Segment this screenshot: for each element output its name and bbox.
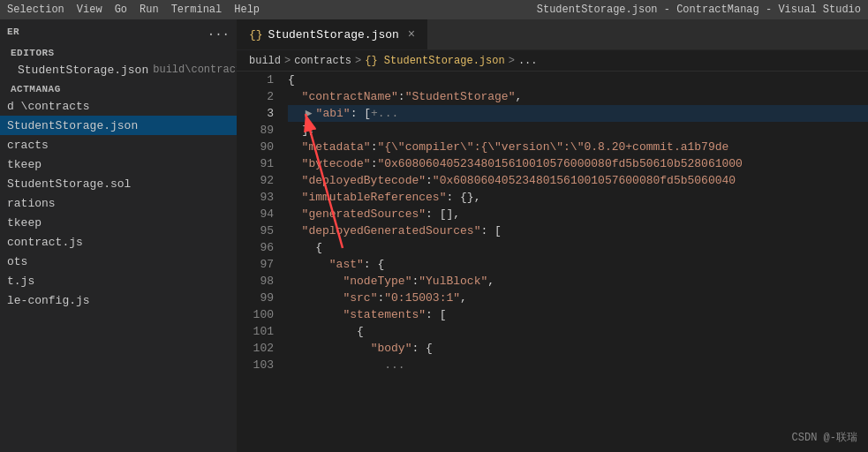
ln-3: 3 xyxy=(237,105,274,122)
breadcrumb-sep2: > xyxy=(355,55,361,67)
menu-selection[interactable]: Selection xyxy=(7,4,64,16)
tab-studentstorage-json[interactable]: {} StudentStorage.json × xyxy=(237,19,427,49)
tree-item-studentstorage-sol[interactable]: StudentStorage.sol xyxy=(0,174,237,193)
tree-item-rations[interactable]: rations xyxy=(0,193,237,213)
tree-item-label: rations xyxy=(7,197,56,210)
tree-item-contracts[interactable]: d \contracts xyxy=(0,96,237,116)
breadcrumb: build > contracts > {} StudentStorage.js… xyxy=(237,50,868,72)
sidebar-header: ER ... xyxy=(0,19,237,44)
code-line-89: ], xyxy=(288,122,868,139)
code-line-96: { xyxy=(288,239,868,256)
fold-arrow-3[interactable]: ▶ xyxy=(302,105,316,122)
tab-file-icon: {} xyxy=(249,28,263,41)
ln-92: 92 xyxy=(237,172,274,189)
menu-view[interactable]: View xyxy=(77,4,102,16)
ln-101: 101 xyxy=(237,323,274,340)
code-line-91: "bytecode": "0x6080604052348015610010576… xyxy=(288,155,868,172)
code-line-3: ▶"abi": [+... xyxy=(288,105,868,122)
code-line-103: ... xyxy=(288,357,868,373)
tree-item-label: contract.js xyxy=(7,236,83,249)
code-area: 1 2 3 89 90 91 92 93 94 95 96 97 98 99 1… xyxy=(237,72,868,452)
ln-90: 90 xyxy=(237,139,274,155)
tree-item-label: t.js xyxy=(7,275,34,288)
open-editor-filepath: build\contracts xyxy=(153,64,237,76)
title-bar: Selection View Go Run Terminal Help Stud… xyxy=(0,0,868,19)
tree-item-tkeep1[interactable]: tkeep xyxy=(0,154,237,174)
tree-item-studentstorage-json[interactable]: StudentStorage.json xyxy=(0,116,237,135)
tree-item-label: tkeep xyxy=(7,158,42,171)
menu-terminal[interactable]: Terminal xyxy=(171,4,223,16)
menu-bar: Selection View Go Run Terminal Help xyxy=(7,4,260,16)
sidebar-more-button[interactable]: ... xyxy=(208,25,230,39)
menu-help[interactable]: Help xyxy=(234,4,260,16)
breadcrumb-build[interactable]: build xyxy=(249,55,281,67)
code-line-1: { xyxy=(288,72,868,88)
tree-item-cracts[interactable]: cracts xyxy=(0,135,237,154)
breadcrumb-sep1: > xyxy=(284,55,291,67)
tree-item-label: StudentStorage.sol xyxy=(7,177,131,191)
code-line-94: "generatedSources": [], xyxy=(288,206,868,222)
tree-item-label: cracts xyxy=(7,139,49,152)
code-line-98: "nodeType": "YulBlock", xyxy=(288,273,868,290)
code-line-99: "src": "0:15003:1", xyxy=(288,290,868,306)
open-editor-item[interactable]: StudentStorage.json build\contracts xyxy=(0,60,237,79)
code-content: { "contractName": "StudentStorage", ▶"ab… xyxy=(281,72,868,452)
tree-item-label: le-config.js xyxy=(7,294,90,307)
ln-93: 93 xyxy=(237,189,274,206)
code-line-102: "body": { xyxy=(288,340,868,357)
tree-item-config-js[interactable]: le-config.js xyxy=(0,290,237,310)
open-editor-filename: StudentStorage.json xyxy=(18,64,148,77)
tree-item-label: tkeep xyxy=(7,216,42,230)
window-title: StudentStorage.json - ContractManag - Vi… xyxy=(537,4,861,16)
tree-item-tkeep2[interactable]: tkeep xyxy=(0,213,237,232)
ln-98: 98 xyxy=(237,273,274,290)
editor-area: {} StudentStorage.json × build > contrac… xyxy=(237,19,868,452)
breadcrumb-dots[interactable]: ... xyxy=(518,55,538,67)
tab-close-button[interactable]: × xyxy=(408,27,415,41)
ln-97: 97 xyxy=(237,256,274,273)
sidebar-header-title: ER xyxy=(7,26,19,37)
tab-bar: {} StudentStorage.json × xyxy=(237,19,868,50)
ln-95: 95 xyxy=(237,222,274,239)
tree-item-label: d \contracts xyxy=(7,100,90,113)
code-line-97: "ast": { xyxy=(288,256,868,273)
tree-item-ots[interactable]: ots xyxy=(0,252,237,271)
ln-99: 99 xyxy=(237,290,274,306)
menu-go[interactable]: Go xyxy=(115,4,127,16)
tree-item-label: StudentStorage.json xyxy=(7,119,138,132)
sidebar: ER ... EDITORS StudentStorage.json build… xyxy=(0,19,237,452)
tree-item-label: ots xyxy=(7,255,27,268)
code-line-90: "metadata": "{\"compiler\":{\"version\":… xyxy=(288,139,868,155)
ln-94: 94 xyxy=(237,206,274,222)
breadcrumb-file[interactable]: {} StudentStorage.json xyxy=(365,55,504,67)
main-layout: ER ... EDITORS StudentStorage.json build… xyxy=(0,19,868,452)
breadcrumb-contracts[interactable]: contracts xyxy=(294,55,351,67)
code-line-95: "deployedGeneratedSources": [ xyxy=(288,222,868,239)
ln-102: 102 xyxy=(237,340,274,357)
line-numbers: 1 2 3 89 90 91 92 93 94 95 96 97 98 99 1… xyxy=(237,72,281,452)
code-line-93: "immutableReferences": {}, xyxy=(288,189,868,206)
code-line-100: "statements": [ xyxy=(288,306,868,323)
code-line-92: "deployedBytecode": "0x60806040523480156… xyxy=(288,172,868,189)
tab-filename: StudentStorage.json xyxy=(268,28,399,41)
menu-run[interactable]: Run xyxy=(140,4,159,16)
ln-89: 89 xyxy=(237,122,274,139)
ln-2: 2 xyxy=(237,88,274,105)
explorer-section-title: ACTMANAG xyxy=(0,81,237,96)
ln-1: 1 xyxy=(237,72,274,88)
ln-100: 100 xyxy=(237,306,274,323)
tree-item-contract-js[interactable]: contract.js xyxy=(0,232,237,252)
watermark: CSDN @-联瑞 xyxy=(792,430,857,445)
code-line-101: { xyxy=(288,323,868,340)
breadcrumb-sep3: > xyxy=(509,55,515,67)
open-editors-label: EDITORS xyxy=(0,46,237,60)
ln-103: 103 xyxy=(237,357,274,373)
tree-item-tjs[interactable]: t.js xyxy=(0,271,237,290)
open-editors-section: EDITORS StudentStorage.json build\contra… xyxy=(0,44,237,81)
ln-96: 96 xyxy=(237,239,274,256)
ln-91: 91 xyxy=(237,155,274,172)
code-line-2: "contractName": "StudentStorage", xyxy=(288,88,868,105)
